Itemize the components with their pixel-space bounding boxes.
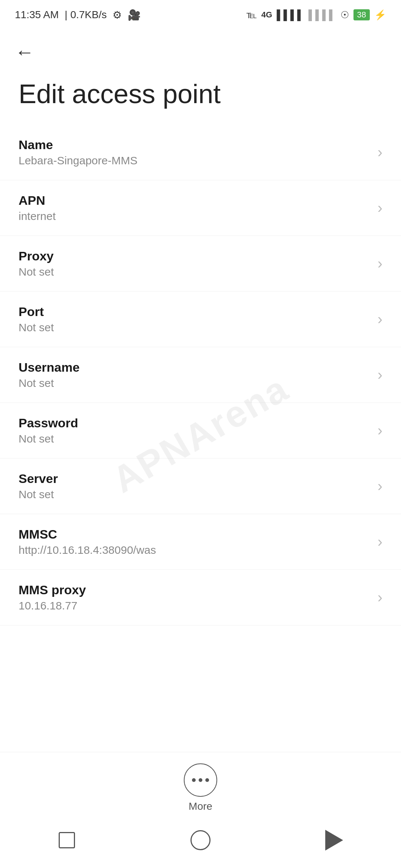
settings-item-label-2: Proxy bbox=[19, 249, 370, 263]
settings-item-content-8: MMS proxy 10.16.18.77 bbox=[19, 583, 370, 612]
settings-item-value-2: Not set bbox=[19, 266, 370, 278]
battery-icon: 38 bbox=[353, 9, 370, 20]
chevron-right-icon-7: › bbox=[378, 533, 382, 550]
navigation-bar bbox=[0, 820, 401, 868]
settings-item-content-7: MMSC http://10.16.18.4:38090/was bbox=[19, 527, 370, 556]
more-label: More bbox=[189, 800, 212, 812]
settings-item-value-6: Not set bbox=[19, 488, 370, 501]
settings-item-label-7: MMSC bbox=[19, 527, 370, 542]
more-dot-3 bbox=[205, 778, 209, 782]
settings-item-content-4: Username Not set bbox=[19, 360, 370, 389]
signal-bars2-icon: ▌▌▌▌ bbox=[309, 9, 336, 21]
back-button[interactable]: ← bbox=[0, 30, 401, 70]
settings-item-label-0: Name bbox=[19, 138, 370, 152]
bottom-bar: More bbox=[0, 752, 401, 868]
settings-item-content-6: Server Not set bbox=[19, 471, 370, 501]
more-dot-2 bbox=[199, 778, 202, 782]
recents-icon bbox=[59, 832, 75, 848]
settings-item-value-3: Not set bbox=[19, 321, 370, 334]
settings-item-value-7: http://10.16.18.4:38090/was bbox=[19, 544, 370, 556]
signal-4g-icon: 4G bbox=[261, 10, 272, 20]
home-icon bbox=[190, 830, 211, 850]
chevron-right-icon-4: › bbox=[378, 366, 382, 383]
settings-item-value-8: 10.16.18.77 bbox=[19, 599, 370, 612]
status-bar: 11:35 AM | 0.7KB/s ⚙ 🎥 ℡ 4G ▌▌▌▌ ▌▌▌▌ ☉ … bbox=[0, 0, 401, 30]
camera-icon: 🎥 bbox=[128, 9, 141, 21]
settings-item[interactable]: Port Not set › bbox=[0, 292, 401, 347]
more-button-area[interactable]: More bbox=[0, 752, 401, 820]
settings-item-label-1: APN bbox=[19, 193, 370, 208]
status-bar-right: ℡ 4G ▌▌▌▌ ▌▌▌▌ ☉ 38 ⚡ bbox=[247, 9, 386, 21]
settings-item-value-1: internet bbox=[19, 210, 370, 223]
settings-item[interactable]: MMS proxy 10.16.18.77 › bbox=[0, 570, 401, 625]
back-icon bbox=[325, 830, 343, 851]
status-bar-left: 11:35 AM | 0.7KB/s ⚙ 🎥 bbox=[15, 9, 141, 21]
settings-item[interactable]: Username Not set › bbox=[0, 347, 401, 403]
settings-item[interactable]: Name Lebara-Singapore-MMS › bbox=[0, 125, 401, 180]
more-circle-icon[interactable] bbox=[184, 763, 217, 797]
chevron-right-icon-2: › bbox=[378, 255, 382, 272]
wifi-icon: ☉ bbox=[340, 9, 349, 21]
page-title: Edit access point bbox=[0, 70, 401, 125]
bluetooth-icon: ℡ bbox=[247, 9, 257, 21]
settings-item-content-1: APN internet bbox=[19, 193, 370, 223]
chevron-right-icon-6: › bbox=[378, 478, 382, 494]
settings-icon: ⚙ bbox=[113, 9, 122, 21]
settings-list: Name Lebara-Singapore-MMS › APN internet… bbox=[0, 125, 401, 625]
time-display: 11:35 AM bbox=[15, 9, 59, 21]
charging-icon: ⚡ bbox=[374, 9, 386, 21]
settings-item[interactable]: MMSC http://10.16.18.4:38090/was › bbox=[0, 514, 401, 570]
settings-item-value-0: Lebara-Singapore-MMS bbox=[19, 154, 370, 167]
settings-item-content-5: Password Not set bbox=[19, 416, 370, 445]
more-dot-1 bbox=[192, 778, 196, 782]
settings-item[interactable]: APN internet › bbox=[0, 180, 401, 236]
nav-home-button[interactable] bbox=[188, 827, 213, 853]
settings-item-content-3: Port Not set bbox=[19, 305, 370, 334]
settings-item[interactable]: Password Not set › bbox=[0, 403, 401, 458]
chevron-right-icon-3: › bbox=[378, 311, 382, 328]
signal-bars-icon: ▌▌▌▌ bbox=[277, 9, 304, 21]
chevron-right-icon-8: › bbox=[378, 589, 382, 606]
settings-item-label-3: Port bbox=[19, 305, 370, 319]
settings-item[interactable]: Proxy Not set › bbox=[0, 236, 401, 292]
settings-item[interactable]: Server Not set › bbox=[0, 458, 401, 514]
speed-display: | 0.7KB/s bbox=[65, 9, 107, 21]
settings-item-content-0: Name Lebara-Singapore-MMS bbox=[19, 138, 370, 167]
settings-item-label-5: Password bbox=[19, 416, 370, 430]
chevron-right-icon-1: › bbox=[378, 200, 382, 216]
settings-item-value-5: Not set bbox=[19, 433, 370, 445]
settings-item-value-4: Not set bbox=[19, 377, 370, 389]
settings-item-label-6: Server bbox=[19, 471, 370, 486]
chevron-right-icon-0: › bbox=[378, 144, 382, 161]
settings-item-label-8: MMS proxy bbox=[19, 583, 370, 597]
settings-item-label-4: Username bbox=[19, 360, 370, 375]
nav-back-button[interactable] bbox=[321, 827, 347, 853]
chevron-right-icon-5: › bbox=[378, 422, 382, 439]
nav-recents-button[interactable] bbox=[54, 827, 80, 853]
settings-item-content-2: Proxy Not set bbox=[19, 249, 370, 278]
back-arrow-icon: ← bbox=[15, 41, 34, 63]
